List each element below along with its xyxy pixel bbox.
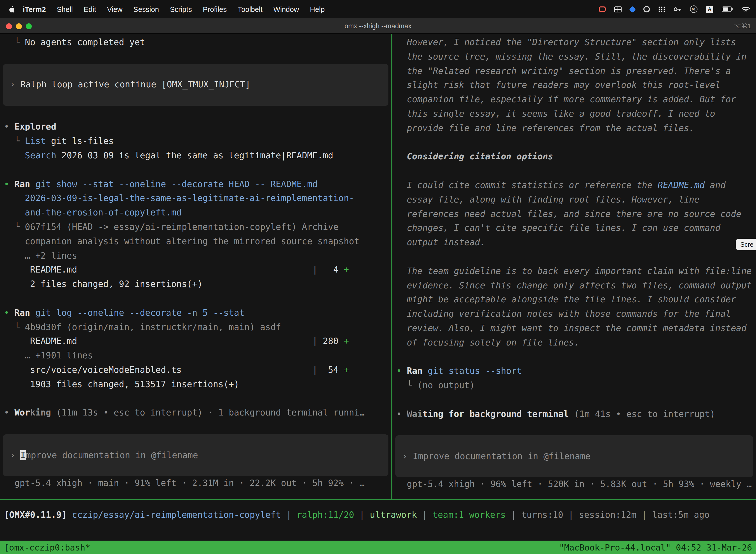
terminal-line: references need actual files, and since … [396,207,756,221]
terminal-line: README.md | 4 + [4,263,391,277]
terminal-pane-right[interactable]: However, I noticed the "Directory Struct… [392,34,756,499]
terminal-line: 2 files changed, 92 insertions(+) [4,277,391,291]
terminal-line: of focusing solely on file lines. [396,335,756,350]
disc-icon[interactable] [643,6,650,12]
terminal-pane-left[interactable]: └ No agents completed yet› Ralph loop ac… [0,34,392,499]
tmux-session-label: [omx-cczip0:bash* [4,542,90,552]
recording-indicator-icon[interactable] [599,6,606,12]
window-shortcut-hint: ⌥⌘1 [734,18,751,34]
key-icon[interactable] [674,7,682,11]
terminal-line: might be acceptable alongside the file l… [396,293,756,307]
terminal-line: 2026-03-09-is-legal-the-same-as-legitima… [4,191,391,206]
terminal-line: └ No agents completed yet [4,35,391,50]
screen-tooltip[interactable]: Scre [736,239,756,250]
gauge-icon[interactable]: 61 [690,5,697,13]
menu-item-profiles[interactable]: Profiles [197,5,233,13]
terminal-line: └ List git ls-files [4,134,391,149]
menu-item-shell[interactable]: Shell [51,5,78,13]
working-status-line: • Working (11m 13s • esc to interrupt) ·… [4,406,391,420]
terminal-line: the "Related research writing" section i… [396,64,756,78]
terminal-line: The team guideline is to back every impo… [396,264,756,278]
menu-item-session[interactable]: Session [128,5,165,13]
terminal-line: output instead. [396,235,756,250]
terminal-line: src/voice/voiceModeEnabled.ts | 54 + [4,363,391,377]
terminal-line: companion file, especially if more comme… [396,92,756,107]
terminal-line: changes, I can't cite specific file line… [396,221,756,235]
terminal-line: • Explored [4,120,391,134]
screen: iTerm2 ShellEditViewSessionScriptsProfil… [0,0,756,554]
menu-bar: iTerm2 ShellEditViewSessionScriptsProfil… [0,0,756,18]
terminal-line: … +1901 lines [4,348,391,363]
input-source-icon[interactable]: A [706,6,713,13]
terminal-line: … +2 lines [4,248,391,263]
terminal-line: • Ran git show --stat --oneline --decora… [4,177,391,191]
terminal-line: evidence. Since this change only affects… [396,278,756,293]
ralph-loop-banner: › Ralph loop active continue [OMX_TMUX_I… [3,64,388,106]
terminal-line: provide file and line references from th… [396,121,756,135]
omx-status-line: [OMX#0.11.9] cczip/essay/ai-reimplementa… [4,508,756,522]
tmux-status-bar: [omx-cczip0:bash* "MacBook-Pro-44.local"… [0,541,756,554]
omx-status-pane: [OMX#0.11.9] cczip/essay/ai-reimplementa… [0,499,756,541]
terminal-line: • Ran git status --short [396,364,756,379]
terminal-line: Search 2026-03-09-is-legal-the-same-as-l… [4,149,391,163]
grid-icon[interactable] [614,6,622,12]
battery-icon[interactable] [722,6,733,12]
menu-item-edit[interactable]: Edit [78,5,102,13]
menu-item-toolbelt[interactable]: Toolbelt [232,5,268,13]
terminal-line: including verification notes with those … [396,307,756,321]
window-title: omx --xhigh --madmax [0,18,756,34]
terminal-line: └ 4b9d30f (origin/main, instructkr/main,… [4,320,391,334]
terminal-line: companion analysis without altering the … [4,234,391,249]
menu-bar-status-icons: 61A [599,5,750,13]
terminal-line: review. Also, I might want to inspect th… [396,321,756,336]
terminal-line: However, I noticed the "Directory Struct… [396,35,756,50]
terminal-line: 1903 files changed, 513517 insertions(+) [4,377,391,391]
terminal-line: the source tree, missing the essay. Stil… [396,50,756,64]
terminal-line: slight risk that future readers may over… [396,78,756,93]
window-title-bar: omx --xhigh --madmax ⌥⌘1 [0,18,756,34]
status-line-left: gpt-5.4 xhigh · main · 91% left · 2.31M … [4,476,391,491]
waiting-status-line: • Waiting for background terminal (1m 41… [396,407,756,421]
prompt-input-right[interactable]: › Improve documentation in @filename [395,436,753,477]
wifi-icon[interactable] [742,6,750,12]
terminal-line: essay file, along with finding root file… [396,192,756,207]
thinking-heading: Considering citation options [396,150,756,164]
tmux-host-clock: "MacBook-Pro-44.local" 04:52 31-Mar-26 [559,542,752,552]
terminal-line: └ 067f154 (HEAD -> essay/ai-reimplementa… [4,220,391,234]
dots-grid-icon[interactable] [658,6,665,12]
shield-icon[interactable] [630,7,635,12]
menu-item-view[interactable]: View [102,5,128,13]
prompt-input-left[interactable]: › Improve documentation in @filename [3,434,388,476]
terminal-line: I could cite commit statistics or refere… [396,178,756,192]
menu-item-window[interactable]: Window [268,5,304,13]
status-line-right: gpt-5.4 xhigh · 96% left · 520K in · 5.8… [396,477,756,492]
terminal-line: this single essay, it seems like a good … [396,107,756,121]
menu-item-scripts[interactable]: Scripts [165,5,197,13]
terminal-line: • Ran git log --oneline --decorate -n 5 … [4,306,391,320]
menu-item-app[interactable]: iTerm2 [17,5,51,13]
terminal-line: and-the-erosion-of-copyleft.md [4,206,391,220]
menu-item-help[interactable]: Help [305,5,330,13]
terminal-panes: └ No agents completed yet› Ralph loop ac… [0,34,756,499]
apple-menu-icon[interactable] [9,6,15,13]
terminal-line: README.md | 280 + [4,334,391,349]
terminal-line: └ (no output) [396,378,756,393]
